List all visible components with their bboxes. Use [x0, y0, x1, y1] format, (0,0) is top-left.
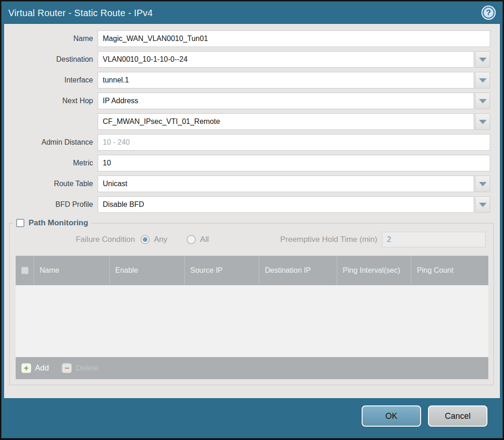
- chevron-down-icon: [479, 99, 486, 103]
- destination-input[interactable]: [98, 51, 474, 68]
- column-header-enable: Enable: [110, 256, 185, 285]
- select-all-cell: [16, 256, 34, 285]
- admin-distance-label: Admin Distance: [5, 138, 98, 147]
- column-header-name: Name: [34, 256, 110, 285]
- next-hop-address-row: [5, 113, 490, 130]
- add-button[interactable]: + Add: [21, 363, 49, 373]
- name-input[interactable]: [98, 30, 490, 47]
- route-table-label: Route Table: [5, 180, 98, 188]
- select-all-checkbox: [21, 267, 29, 274]
- destination-dropdown-button[interactable]: [475, 51, 490, 68]
- next-hop-address-dropdown-button[interactable]: [475, 113, 490, 130]
- next-hop-label: Next Hop: [5, 97, 98, 105]
- table-header-row: Name Enable Source IP Destination IP Pin…: [16, 256, 488, 285]
- failure-condition-all-radio: [187, 235, 196, 244]
- dialog-body: Name Destination Interface: [5, 24, 499, 398]
- metric-input[interactable]: [98, 155, 490, 171]
- next-hop-select[interactable]: [98, 93, 474, 109]
- failure-condition-any-label: Any: [154, 235, 167, 244]
- failure-condition-any-radio: [141, 235, 150, 244]
- plus-icon: +: [21, 363, 31, 373]
- route-table-row: Route Table: [5, 176, 490, 192]
- cancel-button[interactable]: Cancel: [428, 405, 487, 427]
- route-table-dropdown-button[interactable]: [475, 176, 490, 192]
- preemptive-hold-time-label: Preemptive Hold Time (min): [280, 235, 382, 244]
- failure-condition-label: Failure Condition: [10, 235, 141, 244]
- next-hop-row: Next Hop: [5, 93, 490, 109]
- metric-row: Metric: [5, 155, 490, 171]
- column-header-destination-ip: Destination IP: [259, 256, 337, 285]
- name-label: Name: [5, 35, 98, 43]
- chevron-down-icon: [479, 120, 486, 124]
- delete-button: − Delete: [62, 363, 98, 373]
- table-empty-body: [16, 285, 488, 357]
- interface-label: Interface: [5, 76, 98, 84]
- static-route-form: Name Destination Interface: [5, 24, 499, 213]
- static-route-dialog: Virtual Router - Static Route - IPv4 ? N…: [0, 0, 504, 440]
- bfd-profile-dropdown-button[interactable]: [475, 196, 490, 213]
- column-header-source-ip: Source IP: [185, 256, 259, 285]
- destination-row: Destination: [5, 51, 490, 68]
- chevron-down-icon: [479, 203, 486, 207]
- failure-condition-all-label: All: [200, 235, 209, 244]
- admin-distance-row: Admin Distance: [5, 134, 490, 151]
- column-header-ping-count: Ping Count: [411, 256, 487, 285]
- chevron-down-icon: [479, 78, 486, 82]
- dialog-title: Virtual Router - Static Route - IPv4: [8, 8, 153, 18]
- preemptive-hold-time-input: [382, 232, 486, 247]
- minus-icon: −: [62, 363, 72, 373]
- next-hop-dropdown-button[interactable]: [475, 93, 490, 109]
- bfd-profile-select[interactable]: [98, 196, 474, 213]
- chevron-down-icon: [479, 58, 486, 62]
- interface-row: Interface: [5, 72, 490, 88]
- table-footer-bar: + Add − Delete: [16, 357, 488, 379]
- interface-dropdown-button[interactable]: [475, 72, 490, 88]
- route-table-select[interactable]: [98, 176, 474, 192]
- chevron-down-icon: [479, 182, 486, 186]
- column-header-ping-interval: Ping Interval(sec): [337, 256, 411, 285]
- path-monitoring-section: Path Monitoring Failure Condition Any Al…: [9, 218, 494, 385]
- destination-label: Destination: [5, 55, 98, 64]
- interface-input[interactable]: [98, 72, 474, 88]
- path-monitoring-legend: Path Monitoring: [13, 218, 91, 228]
- path-monitoring-table: Name Enable Source IP Destination IP Pin…: [16, 256, 488, 379]
- metric-label: Metric: [5, 159, 98, 167]
- bfd-profile-row: BFD Profile: [5, 196, 490, 213]
- failure-condition-row: Failure Condition Any All Preemptive Hol…: [10, 231, 493, 248]
- dialog-frame: Virtual Router - Static Route - IPv4 ? N…: [1, 1, 503, 438]
- next-hop-address-input[interactable]: [98, 113, 474, 130]
- name-row: Name: [5, 30, 490, 47]
- path-monitoring-checkbox[interactable]: [16, 219, 24, 227]
- path-monitoring-label: Path Monitoring: [29, 218, 88, 228]
- help-icon[interactable]: ?: [481, 6, 496, 20]
- admin-distance-input[interactable]: [98, 134, 490, 151]
- ok-button[interactable]: OK: [362, 405, 421, 427]
- bfd-profile-label: BFD Profile: [5, 200, 98, 209]
